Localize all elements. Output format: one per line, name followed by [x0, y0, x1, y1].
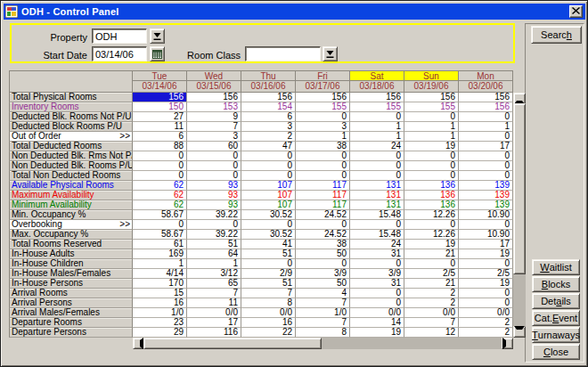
data-cell[interactable]: 7	[241, 289, 296, 298]
data-cell[interactable]: 1	[459, 122, 513, 132]
data-cell[interactable]: 62	[133, 181, 187, 191]
data-cell[interactable]: 0	[350, 161, 404, 171]
data-cell[interactable]: 93	[187, 200, 241, 210]
vertical-scroll-thumb[interactable]	[513, 103, 526, 274]
scroll-down-button[interactable]	[513, 326, 526, 338]
data-cell[interactable]: 2	[241, 132, 296, 142]
data-cell[interactable]: 136	[404, 200, 459, 210]
data-cell[interactable]: 22	[241, 328, 296, 338]
data-cell[interactable]: 3/9	[350, 269, 404, 279]
data-cell[interactable]: 6	[133, 132, 187, 142]
data-cell[interactable]: 15.48	[350, 210, 404, 220]
data-cell[interactable]: 0	[404, 161, 459, 171]
data-cell[interactable]: 27	[133, 112, 187, 122]
data-cell[interactable]: 7	[187, 289, 241, 298]
data-cell[interactable]: 2	[404, 298, 459, 308]
data-cell[interactable]: 51	[241, 279, 296, 289]
data-cell[interactable]: 0	[187, 220, 241, 230]
data-cell[interactable]: 60	[187, 142, 241, 151]
vertical-scrollbar[interactable]	[513, 93, 526, 338]
data-cell[interactable]: 31	[350, 249, 404, 259]
data-cell[interactable]: 1	[404, 132, 459, 142]
data-cell[interactable]: 62	[133, 191, 187, 200]
data-cell[interactable]: 11	[133, 122, 187, 132]
close-button[interactable]: Close	[532, 344, 580, 360]
data-cell[interactable]: 8	[241, 298, 296, 308]
data-cell[interactable]: 0	[187, 151, 241, 161]
data-cell[interactable]: 0	[133, 220, 187, 230]
data-cell[interactable]: 24	[350, 240, 404, 249]
data-cell[interactable]: 107	[241, 191, 296, 200]
data-cell[interactable]: 156	[404, 93, 459, 102]
data-cell[interactable]: 170	[133, 279, 187, 289]
data-cell[interactable]: 8	[296, 328, 350, 338]
start-date-input[interactable]	[92, 46, 147, 61]
turnaways-button[interactable]: Turnaways	[532, 327, 580, 343]
data-cell[interactable]: 0	[241, 151, 296, 161]
data-cell[interactable]: 2/9	[241, 269, 296, 279]
data-cell[interactable]: 39.22	[187, 210, 241, 220]
data-cell[interactable]: 0	[296, 220, 350, 230]
data-cell[interactable]: 9	[187, 112, 241, 122]
row-label[interactable]: Overbooking>>	[9, 220, 133, 230]
data-cell[interactable]: 3	[241, 122, 296, 132]
data-cell[interactable]: 0	[459, 161, 513, 171]
data-cell[interactable]: 7	[187, 122, 241, 132]
data-cell[interactable]: 64	[187, 249, 241, 259]
data-cell[interactable]: 3/12	[187, 269, 241, 279]
data-cell[interactable]: 139	[459, 200, 513, 210]
data-cell[interactable]: 0	[350, 259, 404, 269]
data-cell[interactable]: 0/0	[404, 308, 459, 318]
calendar-button[interactable]	[150, 46, 165, 61]
data-cell[interactable]: 0	[404, 220, 459, 230]
data-cell[interactable]: 0	[133, 161, 187, 171]
data-cell[interactable]: 17	[187, 318, 241, 328]
data-cell[interactable]: 2	[404, 289, 459, 298]
room-class-dropdown-button[interactable]	[323, 46, 338, 61]
data-cell[interactable]: 156	[241, 93, 296, 102]
data-cell[interactable]: 154	[241, 102, 296, 112]
data-cell[interactable]: 12	[404, 328, 459, 338]
data-cell[interactable]: 0	[459, 112, 513, 122]
data-cell[interactable]: 6	[241, 112, 296, 122]
data-cell[interactable]: 116	[187, 328, 241, 338]
data-cell[interactable]: 7	[296, 318, 350, 328]
data-cell[interactable]: 19	[404, 142, 459, 151]
data-cell[interactable]: 61	[133, 240, 187, 249]
scroll-right-button[interactable]	[502, 338, 513, 349]
data-cell[interactable]: 0	[187, 161, 241, 171]
data-cell[interactable]: 131	[350, 191, 404, 200]
data-cell[interactable]: 23	[133, 318, 187, 328]
data-cell[interactable]: 0	[241, 171, 296, 181]
data-cell[interactable]: 0	[404, 112, 459, 122]
data-cell[interactable]: 62	[133, 200, 187, 210]
property-dropdown-button[interactable]	[150, 29, 165, 44]
data-cell[interactable]: 0/0	[459, 308, 513, 318]
data-cell[interactable]: 0	[133, 171, 187, 181]
titlebar-close-button[interactable]	[569, 5, 583, 18]
data-cell[interactable]: 0	[459, 259, 513, 269]
data-cell[interactable]: 58.67	[133, 210, 187, 220]
data-cell[interactable]: 0	[459, 132, 513, 142]
data-cell[interactable]: 139	[459, 181, 513, 191]
data-cell[interactable]: 0	[296, 151, 350, 161]
data-cell[interactable]: 3	[187, 132, 241, 142]
data-cell[interactable]: 156	[187, 93, 241, 102]
data-cell[interactable]: 58.67	[133, 230, 187, 240]
data-cell[interactable]: 4/14	[133, 269, 187, 279]
data-cell[interactable]: 155	[350, 102, 404, 112]
data-cell[interactable]: 19	[459, 279, 513, 289]
data-cell[interactable]: 0	[296, 259, 350, 269]
data-cell[interactable]: 19	[350, 328, 404, 338]
data-cell[interactable]: 1	[133, 259, 187, 269]
data-cell[interactable]: 1	[350, 132, 404, 142]
data-cell[interactable]: 2	[459, 328, 513, 338]
search-button[interactable]: Search	[531, 26, 582, 44]
data-cell[interactable]: 16	[241, 318, 296, 328]
cat-event-button[interactable]: Cat. Event	[532, 310, 580, 326]
data-cell[interactable]: 3/9	[296, 269, 350, 279]
data-cell[interactable]: 14	[350, 318, 404, 328]
data-cell[interactable]: 0	[404, 259, 459, 269]
data-cell[interactable]: 51	[241, 249, 296, 259]
data-cell[interactable]: 136	[404, 191, 459, 200]
